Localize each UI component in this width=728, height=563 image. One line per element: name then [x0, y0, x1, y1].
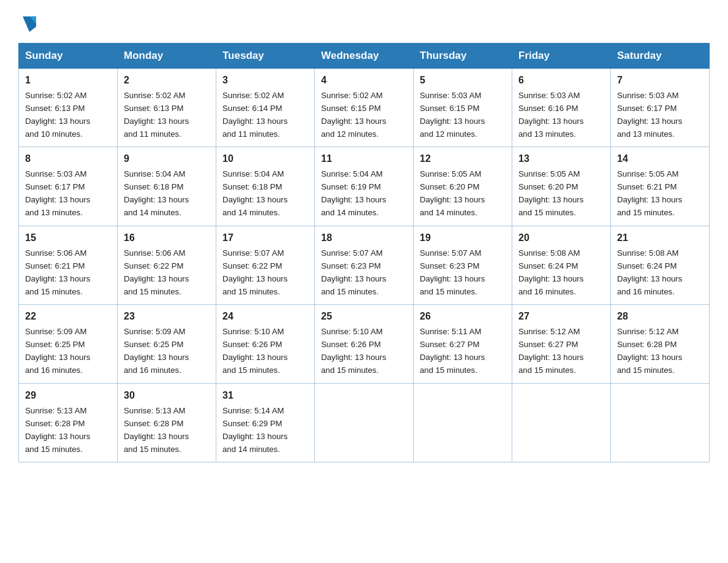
- calendar-cell: 1Sunrise: 5:02 AMSunset: 6:13 PMDaylight…: [19, 69, 118, 147]
- calendar-cell: 24Sunrise: 5:10 AMSunset: 6:26 PMDayligh…: [216, 305, 315, 383]
- day-number: 11: [321, 151, 407, 167]
- weekday-header-tuesday: Tuesday: [216, 44, 315, 69]
- day-number: 28: [617, 309, 703, 324]
- day-info: Sunrise: 5:06 AMSunset: 6:21 PMDaylight:…: [25, 248, 90, 296]
- day-info: Sunrise: 5:07 AMSunset: 6:23 PMDaylight:…: [321, 248, 386, 296]
- calendar-cell: 26Sunrise: 5:11 AMSunset: 6:27 PMDayligh…: [414, 305, 512, 383]
- day-info: Sunrise: 5:05 AMSunset: 6:20 PMDaylight:…: [518, 169, 583, 217]
- calendar-cell: [315, 383, 414, 462]
- day-number: 12: [420, 151, 506, 167]
- calendar-cell: 4Sunrise: 5:02 AMSunset: 6:15 PMDaylight…: [315, 69, 414, 147]
- calendar-cell: 10Sunrise: 5:04 AMSunset: 6:18 PMDayligh…: [216, 147, 315, 226]
- week-row-3: 15Sunrise: 5:06 AMSunset: 6:21 PMDayligh…: [19, 226, 710, 304]
- day-info: Sunrise: 5:07 AMSunset: 6:22 PMDaylight:…: [222, 248, 287, 296]
- day-number: 26: [420, 309, 506, 324]
- day-number: 1: [25, 73, 111, 88]
- calendar-cell: 29Sunrise: 5:13 AMSunset: 6:28 PMDayligh…: [19, 383, 118, 462]
- calendar-cell: 25Sunrise: 5:10 AMSunset: 6:26 PMDayligh…: [315, 305, 414, 383]
- day-number: 9: [124, 151, 210, 167]
- weekday-header-friday: Friday: [512, 44, 611, 69]
- day-number: 5: [420, 73, 506, 88]
- calendar-cell: 27Sunrise: 5:12 AMSunset: 6:27 PMDayligh…: [512, 305, 611, 383]
- calendar-cell: 16Sunrise: 5:06 AMSunset: 6:22 PMDayligh…: [118, 226, 216, 304]
- weekday-header-wednesday: Wednesday: [315, 44, 414, 69]
- week-row-1: 1Sunrise: 5:02 AMSunset: 6:13 PMDaylight…: [19, 69, 710, 147]
- calendar-table: SundayMondayTuesdayWednesdayThursdayFrid…: [18, 43, 710, 462]
- calendar-cell: 21Sunrise: 5:08 AMSunset: 6:24 PMDayligh…: [611, 226, 710, 304]
- day-info: Sunrise: 5:05 AMSunset: 6:21 PMDaylight:…: [617, 169, 682, 217]
- calendar-cell: 22Sunrise: 5:09 AMSunset: 6:25 PMDayligh…: [19, 305, 118, 383]
- day-number: 14: [617, 151, 703, 167]
- day-number: 16: [124, 231, 210, 246]
- day-number: 3: [222, 73, 308, 88]
- calendar-cell: 23Sunrise: 5:09 AMSunset: 6:25 PMDayligh…: [118, 305, 216, 383]
- logo-icon: [20, 12, 39, 32]
- day-info: Sunrise: 5:09 AMSunset: 6:25 PMDaylight:…: [25, 327, 90, 375]
- day-number: 25: [321, 309, 407, 324]
- calendar-cell: [414, 383, 512, 462]
- page-header: [18, 12, 710, 32]
- day-number: 6: [518, 73, 604, 88]
- day-info: Sunrise: 5:04 AMSunset: 6:18 PMDaylight:…: [222, 169, 287, 217]
- calendar-cell: 15Sunrise: 5:06 AMSunset: 6:21 PMDayligh…: [19, 226, 118, 304]
- day-number: 18: [321, 231, 407, 246]
- day-number: 17: [222, 231, 308, 246]
- day-number: 15: [25, 231, 111, 246]
- week-row-2: 8Sunrise: 5:03 AMSunset: 6:17 PMDaylight…: [19, 147, 710, 226]
- day-info: Sunrise: 5:10 AMSunset: 6:26 PMDaylight:…: [222, 327, 287, 375]
- day-info: Sunrise: 5:07 AMSunset: 6:23 PMDaylight:…: [420, 248, 485, 296]
- weekday-header-monday: Monday: [118, 44, 216, 69]
- calendar-cell: 11Sunrise: 5:04 AMSunset: 6:19 PMDayligh…: [315, 147, 414, 226]
- calendar-cell: 2Sunrise: 5:02 AMSunset: 6:13 PMDaylight…: [118, 69, 216, 147]
- day-number: 19: [420, 231, 506, 246]
- day-number: 7: [617, 73, 703, 88]
- week-row-4: 22Sunrise: 5:09 AMSunset: 6:25 PMDayligh…: [19, 305, 710, 383]
- weekday-header-sunday: Sunday: [19, 44, 118, 69]
- day-info: Sunrise: 5:06 AMSunset: 6:22 PMDaylight:…: [124, 248, 189, 296]
- day-number: 29: [25, 388, 111, 404]
- day-info: Sunrise: 5:05 AMSunset: 6:20 PMDaylight:…: [420, 169, 485, 217]
- day-info: Sunrise: 5:14 AMSunset: 6:29 PMDaylight:…: [222, 406, 287, 454]
- day-number: 10: [222, 151, 308, 167]
- day-info: Sunrise: 5:03 AMSunset: 6:15 PMDaylight:…: [420, 91, 485, 139]
- calendar-cell: 12Sunrise: 5:05 AMSunset: 6:20 PMDayligh…: [414, 147, 512, 226]
- day-info: Sunrise: 5:12 AMSunset: 6:28 PMDaylight:…: [617, 327, 682, 375]
- weekday-header-thursday: Thursday: [414, 44, 512, 69]
- day-number: 22: [25, 309, 111, 324]
- calendar-cell: 3Sunrise: 5:02 AMSunset: 6:14 PMDaylight…: [216, 69, 315, 147]
- calendar-cell: 31Sunrise: 5:14 AMSunset: 6:29 PMDayligh…: [216, 383, 315, 462]
- day-number: 2: [124, 73, 210, 88]
- day-info: Sunrise: 5:02 AMSunset: 6:15 PMDaylight:…: [321, 91, 386, 139]
- day-info: Sunrise: 5:08 AMSunset: 6:24 PMDaylight:…: [518, 248, 583, 296]
- day-number: 13: [518, 151, 604, 167]
- day-number: 23: [124, 309, 210, 324]
- calendar-cell: 13Sunrise: 5:05 AMSunset: 6:20 PMDayligh…: [512, 147, 611, 226]
- calendar-cell: 6Sunrise: 5:03 AMSunset: 6:16 PMDaylight…: [512, 69, 611, 147]
- calendar-cell: 28Sunrise: 5:12 AMSunset: 6:28 PMDayligh…: [611, 305, 710, 383]
- week-row-5: 29Sunrise: 5:13 AMSunset: 6:28 PMDayligh…: [19, 383, 710, 462]
- calendar-cell: 14Sunrise: 5:05 AMSunset: 6:21 PMDayligh…: [611, 147, 710, 226]
- day-number: 30: [124, 388, 210, 404]
- day-info: Sunrise: 5:02 AMSunset: 6:13 PMDaylight:…: [124, 91, 189, 139]
- day-number: 24: [222, 309, 308, 324]
- day-number: 21: [617, 231, 703, 246]
- day-info: Sunrise: 5:02 AMSunset: 6:13 PMDaylight:…: [25, 91, 90, 139]
- day-number: 4: [321, 73, 407, 88]
- day-info: Sunrise: 5:11 AMSunset: 6:27 PMDaylight:…: [420, 327, 485, 375]
- weekday-header-saturday: Saturday: [611, 44, 710, 69]
- day-number: 27: [518, 309, 604, 324]
- day-number: 8: [25, 151, 111, 167]
- logo: [18, 12, 40, 32]
- day-number: 31: [222, 388, 308, 404]
- day-info: Sunrise: 5:02 AMSunset: 6:14 PMDaylight:…: [222, 91, 287, 139]
- day-info: Sunrise: 5:08 AMSunset: 6:24 PMDaylight:…: [617, 248, 682, 296]
- day-info: Sunrise: 5:10 AMSunset: 6:26 PMDaylight:…: [321, 327, 386, 375]
- calendar-cell: 9Sunrise: 5:04 AMSunset: 6:18 PMDaylight…: [118, 147, 216, 226]
- day-info: Sunrise: 5:03 AMSunset: 6:17 PMDaylight:…: [617, 91, 682, 139]
- day-info: Sunrise: 5:04 AMSunset: 6:19 PMDaylight:…: [321, 169, 386, 217]
- day-info: Sunrise: 5:04 AMSunset: 6:18 PMDaylight:…: [124, 169, 189, 217]
- day-info: Sunrise: 5:13 AMSunset: 6:28 PMDaylight:…: [25, 406, 90, 454]
- weekday-header-row: SundayMondayTuesdayWednesdayThursdayFrid…: [19, 44, 710, 69]
- day-info: Sunrise: 5:03 AMSunset: 6:16 PMDaylight:…: [518, 91, 583, 139]
- calendar-cell: 17Sunrise: 5:07 AMSunset: 6:22 PMDayligh…: [216, 226, 315, 304]
